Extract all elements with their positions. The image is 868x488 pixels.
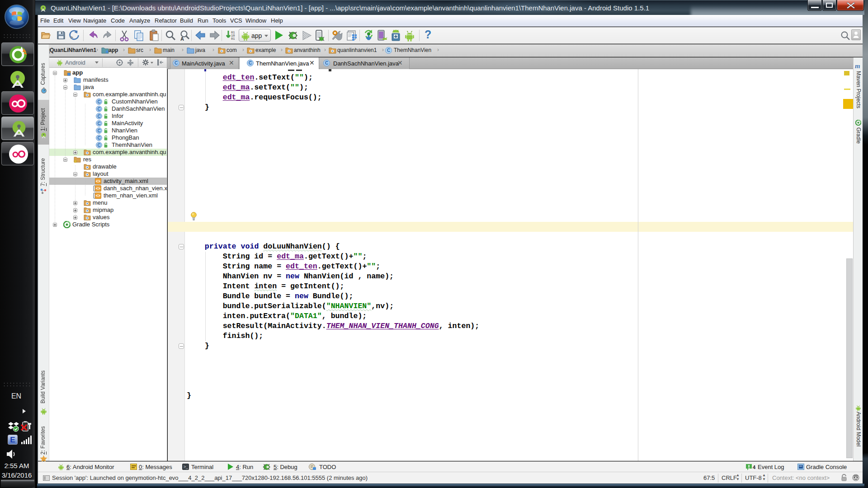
svg-text:A: A <box>180 36 184 41</box>
svg-text:01: 01 <box>231 37 235 41</box>
